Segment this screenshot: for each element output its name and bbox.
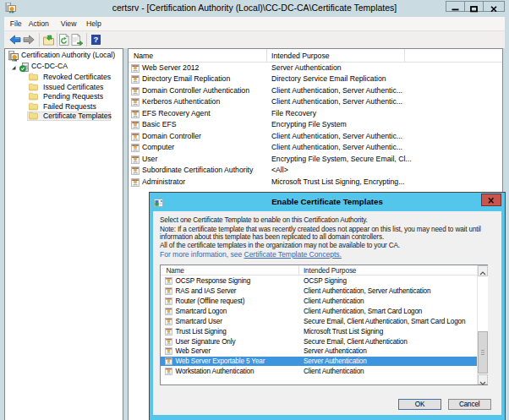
svg-text:?: ?: [94, 35, 99, 44]
